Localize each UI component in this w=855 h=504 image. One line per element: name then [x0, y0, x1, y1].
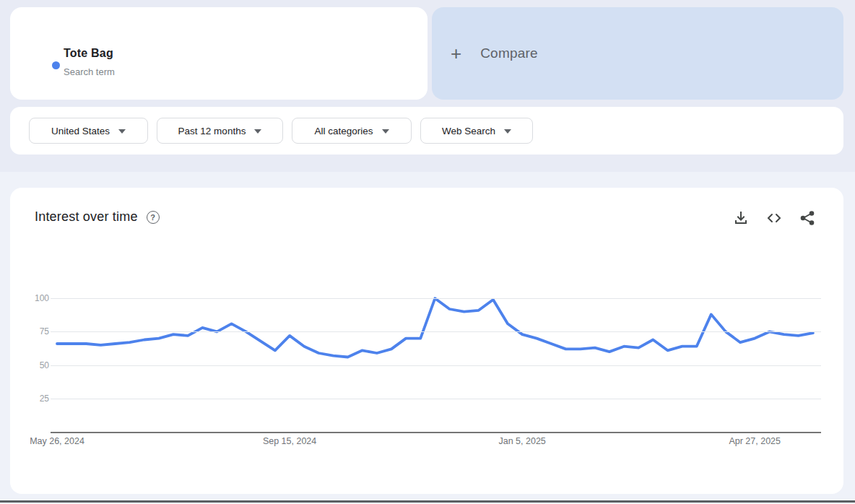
- add-comparison-button[interactable]: + Compare: [432, 7, 843, 100]
- category-filter-label: All categories: [314, 126, 373, 136]
- geo-filter-label: United States: [51, 126, 110, 136]
- y-axis-label-100: 100: [20, 293, 49, 303]
- gridline-y-25: [51, 399, 821, 399]
- x-axis-label: Sep 15, 2024: [263, 436, 316, 446]
- compare-label: Compare: [480, 45, 538, 61]
- x-axis-line: [51, 432, 821, 433]
- chevron-down-icon: [504, 129, 511, 134]
- search-term-text: Tote Bag: [64, 47, 113, 60]
- x-axis-label: May 26, 2024: [30, 436, 84, 446]
- window-bottom-border: [0, 500, 855, 503]
- filter-bar: United States Past 12 months All categor…: [10, 107, 843, 155]
- series-color-dot: [52, 61, 60, 69]
- search-type-filter-dropdown[interactable]: Web Search: [420, 118, 533, 144]
- chevron-down-icon: [254, 129, 261, 134]
- search-term-card[interactable]: Tote Bag Search term: [10, 7, 428, 100]
- gridline-y-50: [51, 365, 821, 366]
- chevron-down-icon: [382, 129, 389, 134]
- x-axis-label: Apr 27, 2025: [729, 436, 781, 446]
- plus-icon: +: [451, 44, 461, 63]
- x-axis-label: Jan 5, 2025: [498, 436, 545, 446]
- search-type-filter-label: Web Search: [442, 126, 495, 136]
- interest-over-time-card: Interest over time ? 100755025May 26, 20…: [10, 188, 843, 494]
- geo-filter-dropdown[interactable]: United States: [29, 118, 148, 144]
- search-term-type-label: Search term: [64, 66, 115, 77]
- y-axis-label-75: 75: [20, 326, 49, 336]
- y-axis-label-25: 25: [20, 394, 49, 404]
- category-filter-dropdown[interactable]: All categories: [292, 118, 412, 144]
- trend-chart-plot: 100755025May 26, 2024Sep 15, 2024Jan 5, …: [10, 188, 843, 494]
- chevron-down-icon: [118, 129, 126, 134]
- gridline-y-100: [51, 298, 821, 299]
- time-filter-label: Past 12 months: [178, 126, 246, 136]
- gridline-y-75: [51, 331, 821, 332]
- trend-line: [57, 298, 813, 357]
- y-axis-label-50: 50: [20, 360, 49, 370]
- time-filter-dropdown[interactable]: Past 12 months: [157, 118, 283, 144]
- trend-line-svg: [51, 289, 821, 437]
